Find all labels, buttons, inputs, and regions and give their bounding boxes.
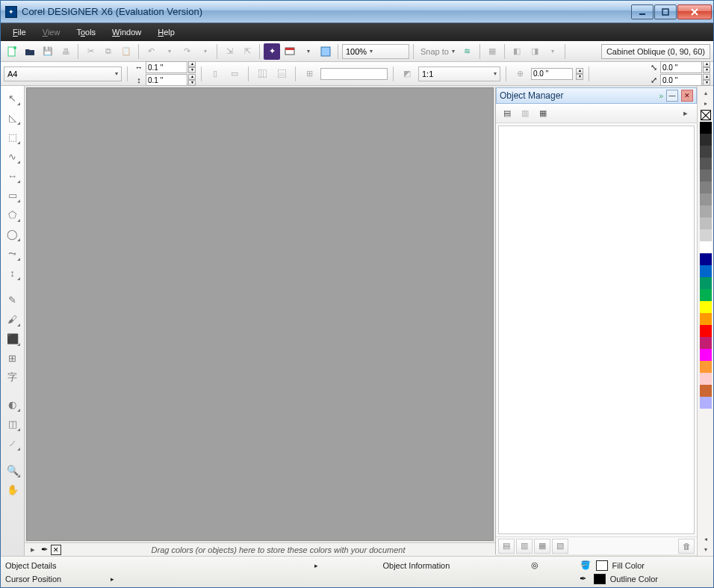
document-color-tray[interactable]: ▸ ✒ ✕ Drag colors (or objects) here to s… — [25, 542, 495, 556]
no-color-swatch[interactable] — [701, 110, 711, 120]
projection-combo[interactable]: Cabinet Oblique (0, 90, 60) — [601, 44, 710, 59]
layer-button-3[interactable]: ▦ — [535, 105, 551, 122]
3d-cube2-button[interactable]: ◨ — [527, 43, 543, 60]
palette-expand-icon[interactable]: ◂ — [700, 533, 712, 544]
copy-button[interactable]: ⧉ — [100, 43, 117, 60]
dup-distance-input[interactable] — [531, 68, 573, 80]
linear-dim-tool[interactable]: ↕ — [4, 264, 22, 282]
docker-body[interactable] — [498, 126, 695, 534]
outline-swatch[interactable] — [594, 574, 606, 584]
drawing-canvas[interactable] — [26, 87, 494, 541]
print-button[interactable]: 🖶 — [58, 43, 74, 60]
offset-y-input[interactable] — [660, 74, 702, 86]
paper-size-combo[interactable]: A4▾ — [4, 66, 122, 81]
zoom-tool[interactable]: 🔍 — [4, 461, 22, 479]
shape-tool[interactable]: ◺ — [4, 108, 22, 126]
minimize-button[interactable] — [631, 4, 654, 19]
import-button[interactable]: ⇲ — [221, 43, 238, 60]
color-swatch[interactable] — [700, 277, 712, 289]
offset-x-input[interactable] — [660, 61, 702, 73]
interactive-tool[interactable]: ◐ — [4, 395, 22, 413]
menu-view[interactable]: View — [35, 25, 68, 39]
ratio-combo[interactable]: 1:1▾ — [418, 66, 500, 81]
color-swatch[interactable] — [700, 182, 712, 194]
color-swatch[interactable] — [700, 301, 712, 313]
pick-tool[interactable]: ↖ — [4, 89, 22, 107]
layer-button-1[interactable]: ▤ — [499, 105, 515, 122]
new-button[interactable] — [4, 43, 20, 60]
spin-up[interactable]: ▴ — [188, 74, 196, 80]
zoom-combo[interactable]: 100%▾ — [342, 44, 409, 59]
color-swatch[interactable] — [700, 289, 712, 301]
units-button[interactable]: ⊞ — [301, 66, 317, 82]
color-swatch[interactable] — [700, 349, 712, 361]
menu-help[interactable]: Help — [150, 25, 182, 39]
menu-window[interactable]: Window — [105, 25, 149, 39]
spin-up[interactable]: ▴ — [188, 61, 196, 67]
docker-min-button[interactable]: — — [666, 90, 678, 102]
transparency-tool[interactable]: ◫ — [4, 415, 22, 433]
pen-icon[interactable]: ✒ — [577, 573, 589, 585]
menu-tools[interactable]: Tools — [69, 25, 103, 39]
docker-header[interactable]: Object Manager » — ✕ — [496, 87, 697, 104]
open-button[interactable] — [22, 43, 38, 60]
redo-button[interactable]: ↷ — [178, 43, 195, 60]
color-swatch[interactable] — [700, 397, 712, 409]
docker-close-button[interactable]: ✕ — [681, 90, 693, 102]
delete-layer-button[interactable]: 🗑 — [678, 539, 695, 554]
color-swatch[interactable] — [700, 170, 712, 182]
dynamic-guides-button[interactable]: ≋ — [459, 43, 476, 60]
fill-swatch[interactable] — [596, 560, 608, 571]
color-swatch[interactable] — [700, 337, 712, 349]
menu-file[interactable]: File — [5, 25, 34, 39]
color-swatch[interactable] — [700, 146, 712, 158]
color-swatch[interactable] — [700, 158, 712, 170]
spin-down[interactable]: ▾ — [703, 80, 710, 86]
flyout-arrow-icon[interactable]: ▸ — [677, 105, 694, 122]
color-swatch[interactable] — [700, 313, 712, 325]
palette-flyout-icon[interactable]: ▸ — [700, 98, 712, 108]
spin-up[interactable]: ▴ — [576, 68, 583, 74]
cursor-expand-icon[interactable]: ▸ — [111, 575, 114, 583]
color-swatch[interactable] — [700, 122, 712, 134]
color-swatch[interactable] — [700, 253, 712, 265]
artistic-media-tool[interactable]: ✎ — [4, 291, 22, 309]
color-swatch[interactable] — [700, 361, 712, 373]
close-button[interactable] — [677, 4, 712, 19]
3d-cube1-button[interactable]: ◧ — [509, 43, 525, 60]
object-info-icon[interactable]: ◎ — [529, 560, 541, 572]
options-button[interactable] — [317, 43, 334, 60]
color-swatch[interactable] — [700, 205, 712, 217]
color-swatch[interactable] — [700, 265, 712, 277]
color-swatch[interactable] — [700, 385, 712, 397]
curve-tool[interactable]: ∿ — [4, 147, 22, 165]
tray-eyedropper-icon[interactable]: ✒ — [41, 545, 48, 554]
dimension-tool[interactable]: ↔ — [4, 167, 22, 185]
fill-bucket-icon[interactable]: 🪣 — [580, 560, 592, 572]
nudge-y-input[interactable] — [146, 74, 187, 86]
color-swatch[interactable] — [700, 229, 712, 241]
tray-noswatch[interactable]: ✕ — [51, 545, 61, 555]
save-button[interactable]: 💾 — [40, 43, 56, 60]
welcome-dropdown[interactable] — [299, 43, 316, 60]
docker-collapse-icon[interactable]: » — [659, 92, 663, 100]
polygon-tool[interactable]: ⬠ — [4, 205, 22, 223]
3d-dropdown[interactable] — [544, 43, 561, 60]
color-swatch[interactable] — [700, 217, 712, 229]
ellipse-tool[interactable]: ◯ — [4, 225, 22, 243]
app-launcher-button[interactable]: ✦ — [264, 43, 280, 60]
portrait-button[interactable]: ▯ — [207, 66, 223, 82]
eyedropper-tool[interactable]: ⟋ — [4, 434, 22, 452]
welcome-screen-button[interactable] — [282, 43, 298, 60]
redo-dropdown[interactable] — [196, 43, 213, 60]
connector-tool[interactable]: ⤳ — [4, 244, 22, 262]
spin-down[interactable]: ▾ — [703, 67, 710, 73]
spin-up[interactable]: ▴ — [703, 61, 710, 67]
paste-button[interactable]: 📋 — [118, 43, 134, 60]
crop-tool[interactable]: ⬚ — [4, 128, 22, 146]
tray-play-icon[interactable]: ▸ — [28, 545, 38, 555]
rectangle-tool[interactable]: ▭ — [4, 186, 22, 204]
spin-down[interactable]: ▾ — [576, 74, 583, 80]
palette-up-icon[interactable]: ▴ — [700, 87, 712, 98]
nudge-x-input[interactable] — [146, 61, 187, 73]
